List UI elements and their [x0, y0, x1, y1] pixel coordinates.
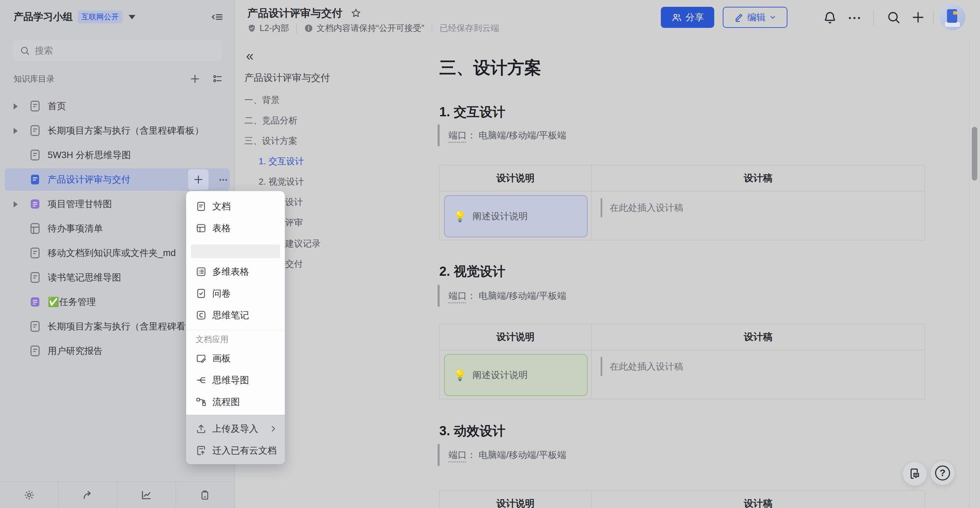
- menu-item-migrate-cloud-doc[interactable]: 迁入已有云文档: [186, 440, 285, 461]
- sidebar-item-label: 5W3H 分析思维导图: [48, 143, 231, 167]
- draft-placeholder-quote[interactable]: 在此处插入设计稿: [601, 198, 683, 217]
- upload-icon: [196, 423, 207, 434]
- doc-icon: [29, 320, 41, 333]
- more-actions-icon[interactable]: [218, 175, 228, 185]
- outline-item-partial[interactable]: 评审: [285, 216, 303, 229]
- chart-icon: [140, 489, 152, 501]
- menu-item-label: 多维表格: [212, 265, 249, 278]
- workspace-switcher[interactable]: 产品学习小组 互联网公开: [14, 9, 224, 25]
- port-value: ： 电脑端/移动端/平板端: [467, 291, 566, 301]
- settings-button[interactable]: [0, 482, 58, 508]
- callout-design-desc[interactable]: 💡 阐述设计说明: [444, 195, 588, 237]
- share-workspace-button[interactable]: [58, 482, 117, 508]
- port-label: 端口: [449, 291, 467, 301]
- port-value: ： 电脑端/移动端/平板端: [467, 130, 566, 140]
- menu-item-label: 流程图: [212, 396, 240, 408]
- grid-doc-icon: [29, 222, 41, 235]
- trash-button[interactable]: [176, 482, 234, 508]
- scrollbar-thumb[interactable]: [972, 127, 977, 181]
- port-value: ： 电脑端/移动端/平板端: [467, 450, 566, 460]
- lightbulb-emoji: 💡: [453, 369, 466, 381]
- avatar[interactable]: [940, 5, 966, 30]
- doc-body: 三、设计方案 1. 交互设计 端口： 电脑端/移动端/平板端 设计说明 设计稿 …: [439, 0, 925, 508]
- add-page-icon[interactable]: [189, 73, 200, 84]
- table-header-desc: 设计说明: [440, 165, 592, 191]
- draft-placeholder-quote[interactable]: 在此处插入设计稿: [601, 357, 683, 376]
- outline-item-active[interactable]: 1. 交互设计: [259, 154, 304, 168]
- sidebar-collapse-icon[interactable]: [211, 10, 224, 24]
- design-table-1: 设计说明 设计稿 💡 阐述设计说明 在此处插入设计稿: [439, 165, 925, 240]
- trash-icon: [199, 489, 211, 501]
- doc-icon: [196, 201, 207, 212]
- doc-icon: [29, 124, 41, 137]
- sheet-icon: [196, 223, 207, 233]
- expand-arrow-icon[interactable]: [14, 103, 18, 110]
- table-header-draft: 设计稿: [592, 491, 924, 508]
- forward-arrow-icon: [82, 489, 94, 501]
- doc-icon: [29, 271, 41, 284]
- create-new-context-menu: 文档 表格 多维表格 问卷 思维笔记 文档应用 画: [186, 191, 285, 464]
- kb-directory-title: 知识库目录: [14, 73, 178, 84]
- menu-item-board[interactable]: 画板: [186, 348, 285, 369]
- search-input[interactable]: 搜索: [13, 40, 222, 61]
- divider: [933, 10, 934, 25]
- help-button[interactable]: ?: [930, 461, 955, 485]
- sidebar-item-design-review-selected[interactable]: 产品设计评审与交付: [0, 167, 234, 192]
- outline-item[interactable]: 二、竞品分析: [244, 114, 298, 127]
- sidebar-footer: [0, 481, 234, 508]
- heading-motion-design: 3. 动效设计: [439, 422, 505, 440]
- menu-section-label: 文档应用: [186, 331, 285, 348]
- list-icon-purple: [29, 295, 41, 308]
- chevron-down-icon: [129, 15, 135, 19]
- outline-item[interactable]: 三、设计方案: [244, 134, 298, 148]
- outline-item-partial[interactable]: 交付: [285, 257, 303, 271]
- board-icon: [196, 353, 207, 364]
- table-header-desc: 设计说明: [440, 324, 592, 350]
- menu-item-label: 迁入已有云文档: [212, 444, 277, 457]
- sidebar-item-5w3h-mindmap[interactable]: 5W3H 分析思维导图: [0, 143, 234, 167]
- outline-item[interactable]: 一、背景: [244, 93, 280, 107]
- menu-item-mindmap[interactable]: 思维导图: [186, 369, 285, 391]
- sidebar-item-long-term-project[interactable]: 长期项目方案与执行（含里程碑看板）: [0, 118, 234, 143]
- app-root: 产品学习小组 互联网公开 搜索 知识库目录: [0, 0, 980, 508]
- directory-settings-icon[interactable]: [212, 73, 223, 84]
- callout-text: 阐述设计说明: [472, 369, 527, 381]
- callout-design-desc[interactable]: 💡 阐述设计说明: [444, 354, 588, 396]
- menu-item-doc[interactable]: 文档: [186, 195, 285, 217]
- menu-item-label: 画板: [212, 352, 231, 365]
- menu-item-bitable[interactable]: 多维表格: [186, 261, 285, 283]
- callout-text: 阐述设计说明: [472, 210, 527, 222]
- flowchart-icon: [196, 397, 207, 407]
- outline-item-partial[interactable]: 建议记录: [285, 237, 321, 250]
- outline-collapse-icon[interactable]: «: [246, 49, 253, 63]
- workspace-name: 产品学习小组: [14, 10, 73, 24]
- design-table-2: 设计说明 设计稿 💡 阐述设计说明 在此处插入设计稿: [439, 324, 925, 399]
- menu-item-mindnote[interactable]: 思维笔记: [186, 304, 285, 326]
- bitable-icon: [196, 266, 207, 277]
- lightbulb-emoji: 💡: [453, 211, 466, 222]
- sidebar-item-home[interactable]: 首页: [0, 94, 234, 118]
- menu-item-sheet[interactable]: 表格: [186, 217, 285, 239]
- add-subpage-button[interactable]: [188, 169, 208, 190]
- port-label: 端口: [449, 130, 467, 140]
- menu-item-flowchart[interactable]: 流程图: [186, 391, 285, 413]
- outline-item[interactable]: 2. 视觉设计: [259, 175, 304, 188]
- outline-item-partial[interactable]: 设计: [285, 195, 303, 209]
- doc-comments-button[interactable]: [902, 461, 927, 486]
- menu-item-upload-import[interactable]: 上传及导入: [186, 418, 285, 440]
- sidebar-item-label: 长期项目方案与执行（含里程碑看板）: [48, 118, 231, 143]
- port-quote: 端口： 电脑端/移动端/平板端: [438, 285, 566, 307]
- menu-item-placeholder-hover[interactable]: [191, 244, 280, 258]
- outline-doc-title[interactable]: 产品设计评审与交付: [244, 71, 330, 84]
- search-placeholder: 搜索: [35, 44, 53, 57]
- menu-item-label: 上传及导入: [212, 423, 258, 435]
- menu-item-survey[interactable]: 问卷: [186, 283, 285, 304]
- doc-icon: [29, 149, 41, 162]
- expand-arrow-icon[interactable]: [14, 201, 18, 207]
- doc-icon: [29, 344, 41, 357]
- stats-button[interactable]: [117, 482, 176, 508]
- menu-item-label: 文档: [212, 200, 231, 213]
- kb-directory-header: 知识库目录: [14, 72, 223, 86]
- expand-arrow-icon[interactable]: [14, 128, 18, 134]
- port-label: 端口: [449, 450, 467, 460]
